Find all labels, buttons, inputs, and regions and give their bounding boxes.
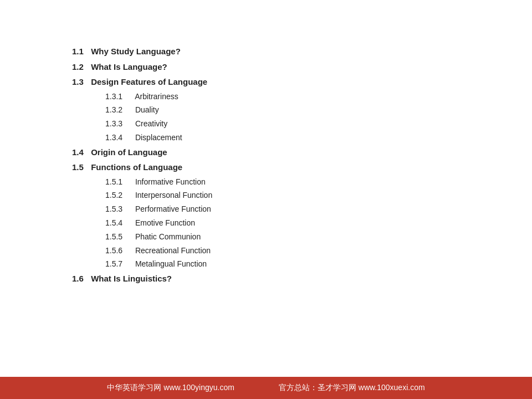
toc-label-1-5-1: Informative Function — [135, 177, 206, 186]
toc-num-1-2: 1.2 — [72, 60, 89, 74]
toc-label-1-3-3: Creativity — [135, 119, 167, 128]
toc-item-1-4[interactable]: 1.4 Origin of Language — [72, 145, 532, 160]
toc-item-1-3-4[interactable]: 1.3.4 Displacement — [72, 131, 532, 145]
toc-num-1-4: 1.4 — [72, 145, 89, 160]
toc-item-1-5-4[interactable]: 1.5.4 Emotive Function — [72, 217, 532, 230]
toc-label-1-5: Functions of Language — [91, 162, 182, 172]
toc-item-1-3-3[interactable]: 1.3.3 Creativity — [72, 117, 532, 131]
toc-num-1-5-5: 1.5.5 — [105, 231, 133, 244]
toc-item-1-3-1[interactable]: 1.3.1 Arbitrariness — [72, 90, 532, 104]
toc-item-1-5-5[interactable]: 1.5.5 Phatic Communion — [72, 231, 532, 244]
toc-label-1-5-3: Performative Function — [135, 204, 211, 213]
toc-item-1-5[interactable]: 1.5 Functions of Language — [72, 160, 532, 175]
toc-num-1-3: 1.3 — [72, 75, 89, 89]
toc-num-1-5-2: 1.5.2 — [105, 189, 133, 202]
toc-num-1-5-6: 1.5.6 — [105, 244, 133, 258]
toc-label-1-3-4: Displacement — [135, 133, 182, 142]
toc-label-1-5-7: Metalingual Function — [135, 259, 207, 268]
toc-item-1-5-1[interactable]: 1.5.1 Informative Function — [72, 176, 532, 189]
toc-item-1-5-2[interactable]: 1.5.2 Interpersonal Function — [72, 189, 532, 202]
toc-label-1-5-2: Interpersonal Function — [135, 191, 212, 200]
toc-item-1-1[interactable]: 1.1 Why Study Language? — [72, 44, 532, 59]
toc-num-1-3-2: 1.3.2 — [105, 104, 133, 117]
toc-label-1-5-4: Emotive Function — [135, 218, 195, 227]
footer-bar: 中华英语学习网 www.100yingyu.com 官方总站：圣才学习网 www… — [0, 377, 532, 399]
toc-label-1-6: What Is Linguistics? — [91, 274, 172, 283]
toc-item-1-6[interactable]: 1.6 What Is Linguistics? — [72, 272, 532, 286]
toc-label-1-2: What Is Language? — [91, 62, 167, 71]
toc-label-1-5-5: Phatic Communion — [135, 232, 201, 241]
toc-label-1-4: Origin of Language — [91, 147, 167, 157]
toc-num-1-1: 1.1 — [72, 44, 89, 59]
table-of-contents: 1.1 Why Study Language? 1.2 What Is Lang… — [0, 0, 532, 286]
footer-right: 官方总站：圣才学习网 www.100xuexi.com — [279, 383, 425, 393]
toc-label-1-3: Design Features of Language — [91, 77, 207, 86]
toc-num-1-6: 1.6 — [72, 272, 89, 286]
toc-item-1-2[interactable]: 1.2 What Is Language? — [72, 60, 532, 74]
toc-num-1-3-1: 1.3.1 — [105, 90, 133, 104]
toc-num-1-5: 1.5 — [72, 160, 89, 175]
toc-num-1-5-4: 1.5.4 — [105, 217, 133, 230]
toc-item-1-5-7[interactable]: 1.5.7 Metalingual Function — [72, 258, 532, 271]
toc-num-1-3-4: 1.3.4 — [105, 131, 133, 145]
toc-label-1-3-1: Arbitrariness — [135, 92, 178, 101]
toc-item-1-3-2[interactable]: 1.3.2 Duality — [72, 104, 532, 117]
toc-num-1-5-3: 1.5.3 — [105, 203, 133, 216]
toc-item-1-3[interactable]: 1.3 Design Features of Language — [72, 75, 532, 89]
toc-item-1-5-3[interactable]: 1.5.3 Performative Function — [72, 203, 532, 216]
toc-num-1-3-3: 1.3.3 — [105, 117, 133, 131]
footer-left: 中华英语学习网 www.100yingyu.com — [107, 383, 234, 393]
toc-num-1-5-1: 1.5.1 — [105, 176, 133, 189]
toc-num-1-5-7: 1.5.7 — [105, 258, 133, 271]
toc-label-1-3-2: Duality — [135, 105, 159, 114]
toc-label-1-1: Why Study Language? — [91, 47, 181, 56]
toc-label-1-5-6: Recreational Function — [135, 246, 211, 255]
toc-item-1-5-6[interactable]: 1.5.6 Recreational Function — [72, 244, 532, 258]
